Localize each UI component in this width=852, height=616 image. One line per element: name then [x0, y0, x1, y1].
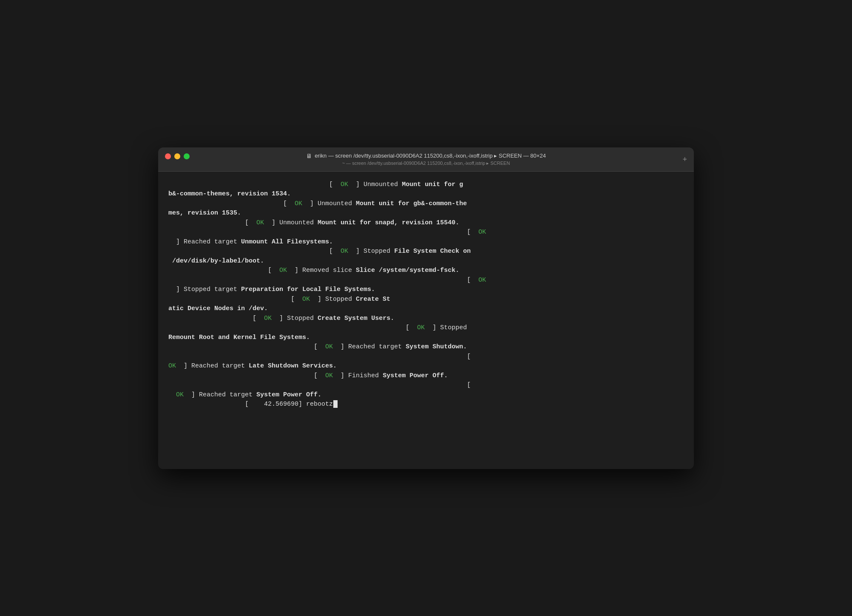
ok-badge: OK	[478, 277, 486, 284]
title-text: erikn — screen /dev/tty.usbserial-0090D6…	[315, 153, 546, 159]
terminal-line: b&-common-themes, revision 1534.	[168, 189, 684, 199]
terminal-cursor	[333, 400, 338, 408]
terminal-line: [ OK	[168, 276, 684, 285]
ok-badge: OK	[302, 296, 310, 303]
subtitle-text: ~ — screen /dev/tty.usbserial-0090D6A2 1…	[342, 161, 510, 166]
close-button[interactable]	[165, 153, 171, 159]
title-bar: 🖥 erikn — screen /dev/tty.usbserial-0090…	[158, 147, 694, 172]
terminal-line: [ OK ] Stopped	[168, 323, 684, 333]
terminal-line: [ OK ] Unmounted Mount unit for g	[168, 180, 684, 190]
terminal-line: ] Stopped target Preparation for Local F…	[168, 285, 684, 295]
ok-badge: OK	[176, 391, 184, 398]
terminal-line: OK ] Reached target System Power Off.	[168, 390, 684, 400]
ok-badge: OK	[417, 324, 425, 331]
ok-badge: OK	[478, 229, 486, 236]
terminal-line: [ 42.569690] rebootz	[168, 400, 684, 410]
terminal-line: [ OK ] Reached target System Shutdown.	[168, 342, 684, 352]
traffic-lights	[165, 153, 190, 159]
terminal-icon: 🖥	[306, 153, 312, 159]
terminal-line: [ OK ] Finished System Power Off.	[168, 371, 684, 381]
window-title: 🖥 erikn — screen /dev/tty.usbserial-0090…	[306, 153, 546, 159]
terminal-line: [ OK ] Unmounted Mount unit for snapd, r…	[168, 218, 684, 228]
terminal-line: [ OK ] Removed slice Slice /system/syste…	[168, 266, 684, 276]
terminal-line: [ OK ] Stopped Create System Users.	[168, 314, 684, 324]
terminal-window: 🖥 erikn — screen /dev/tty.usbserial-0090…	[158, 147, 694, 469]
maximize-button[interactable]	[184, 153, 190, 159]
ok-badge: OK	[341, 181, 348, 188]
ok-badge: OK	[264, 315, 272, 322]
terminal-line: [	[168, 381, 684, 390]
ok-badge: OK	[168, 362, 176, 370]
terminal-line: ] Reached target Unmount All Filesystems…	[168, 237, 684, 247]
terminal-line: [ OK ] Stopped File System Check on	[168, 247, 684, 257]
ok-badge: OK	[325, 343, 333, 350]
ok-badge: OK	[256, 219, 264, 226]
terminal-line: mes, revision 1535.	[168, 209, 684, 218]
terminal-line: [ OK	[168, 228, 684, 237]
new-tab-button[interactable]: +	[682, 155, 687, 164]
ok-badge: OK	[341, 248, 348, 255]
minimize-button[interactable]	[174, 153, 180, 159]
terminal-line: OK ] Reached target Late Shutdown Servic…	[168, 362, 684, 371]
terminal-line: atic Device Nodes in /dev.	[168, 304, 684, 314]
terminal-line: /dev/disk/by-label/boot.	[168, 257, 684, 266]
ok-badge: OK	[325, 372, 333, 379]
terminal-line: [	[168, 352, 684, 362]
terminal-line: Remount Root and Kernel File Systems.	[168, 333, 684, 343]
terminal-line: [ OK ] Unmounted Mount unit for gb&-comm…	[168, 199, 684, 209]
window-subtitle: ~ — screen /dev/tty.usbserial-0090D6A2 1…	[342, 161, 510, 166]
ok-badge: OK	[279, 267, 287, 274]
terminal-line: [ OK ] Stopped Create St	[168, 295, 684, 305]
terminal-output[interactable]: [ OK ] Unmounted Mount unit for g b&-com…	[158, 172, 694, 469]
ok-badge: OK	[295, 200, 302, 207]
